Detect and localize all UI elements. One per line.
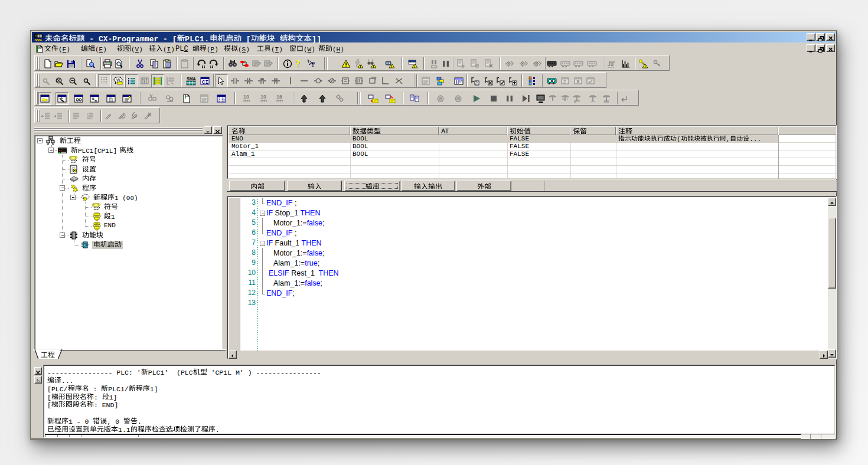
svg-text:16: 16	[276, 94, 282, 100]
svg-text:CI: CI	[202, 80, 208, 86]
svg-text:W: W	[116, 78, 120, 82]
svg-text:2: 2	[475, 80, 478, 86]
svg-text:10: 10	[243, 94, 249, 100]
svg-text:SMA: SMA	[187, 77, 196, 81]
svg-text:2: 2	[563, 79, 566, 84]
svg-text:?: ?	[311, 60, 315, 68]
svg-text:10: 10	[260, 94, 266, 100]
svg-text:?: ?	[295, 59, 300, 68]
svg-text:0.02: 0.02	[218, 100, 225, 103]
